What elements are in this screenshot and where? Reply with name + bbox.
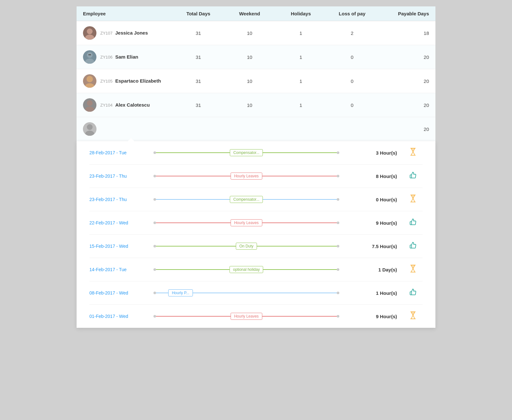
holidays-value: 1 [275, 78, 326, 84]
col-holidays: Holidays [275, 11, 326, 16]
timeline: Hourly Leaves [153, 311, 339, 322]
timeline-badge: optional holiday [229, 266, 263, 273]
table-header: Employee Total Days Weekend Holidays Los… [77, 6, 435, 21]
timeline-badge: Hourly Leaves [231, 313, 262, 320]
timeline-dot-left [153, 151, 156, 154]
detail-row[interactable]: 23-Feb-2017 - ThuHourly Leaves8 Hour(s) [89, 165, 423, 188]
timeline-dot-left [153, 245, 156, 247]
payable-days-value: 20 [378, 126, 429, 132]
timeline-dot-right [337, 292, 339, 294]
table-row[interactable]: ZY107 Jessica Jones 31 10 1 2 18 [77, 21, 435, 45]
detail-hours: 7.5 Hour(s) [339, 244, 403, 249]
detail-panel: 28-Feb-2017 - TueCompensator...3 Hour(s)… [77, 141, 435, 328]
timeline-dot-left [153, 292, 156, 294]
timeline-dot-left [153, 198, 156, 201]
avatar [83, 98, 96, 112]
approved-icon [403, 242, 423, 251]
pending-icon [403, 311, 423, 321]
main-container: Employee Total Days Weekend Holidays Los… [77, 6, 435, 328]
pending-icon [403, 148, 423, 158]
avatar [83, 26, 96, 40]
loss-of-pay-value: 0 [326, 78, 378, 84]
detail-hours: 9 Hour(s) [339, 314, 403, 319]
employee-name: Sam Elian [115, 54, 138, 60]
avatar [83, 50, 96, 64]
col-payable-days: Payable Days [378, 11, 429, 16]
table-row-expanded[interactable]: 20 [77, 117, 435, 141]
detail-row[interactable]: 28-Feb-2017 - TueCompensator...3 Hour(s) [89, 141, 423, 165]
timeline: Hourly Leaves [153, 217, 339, 229]
detail-row[interactable]: 01-Feb-2017 - WedHourly Leaves9 Hour(s) [89, 305, 423, 328]
detail-row[interactable]: 08-Feb-2017 - WedHourly P...1 Hour(s) [89, 281, 423, 305]
detail-hours: 9 Hour(s) [339, 220, 403, 226]
svg-point-4 [88, 54, 90, 55]
detail-row[interactable]: 23-Feb-2017 - ThuCompensator...0 Hour(s) [89, 188, 423, 211]
table-row[interactable]: ZY106 Sam Elian 31 10 1 0 20 [77, 45, 435, 69]
avatar [83, 122, 96, 136]
detail-row[interactable]: 14-Feb-2017 - Tueoptional holiday1 Day(s… [89, 258, 423, 281]
timeline-badge: Hourly Leaves [231, 219, 262, 226]
employee-id: ZY104 [100, 103, 112, 108]
svg-point-8 [87, 100, 93, 106]
avatar [83, 74, 96, 88]
timeline-dot-right [337, 198, 339, 201]
col-employee: Employee [83, 11, 173, 16]
timeline: Hourly P... [153, 287, 339, 299]
employee-info: ZY106 Sam Elian [83, 50, 173, 64]
loss-of-pay-value: 0 [326, 102, 378, 108]
table-row[interactable]: ZY105 Espartaco Elizabeth 31 10 1 0 20 [77, 69, 435, 93]
detail-date: 15-Feb-2017 - Wed [89, 244, 153, 249]
payable-days-value: 18 [378, 30, 429, 36]
loss-of-pay-value: 2 [326, 30, 378, 36]
payable-days-value: 20 [378, 54, 429, 60]
timeline: optional holiday [153, 264, 339, 275]
pending-icon [403, 194, 423, 205]
detail-date: 22-Feb-2017 - Wed [89, 220, 153, 225]
detail-hours: 8 Hour(s) [339, 174, 403, 179]
total-days-value: 31 [173, 30, 224, 36]
approved-icon [403, 172, 423, 181]
svg-point-1 [85, 35, 94, 40]
approved-icon [403, 218, 423, 227]
weekend-value: 10 [224, 54, 275, 60]
table-row[interactable]: ZY104 Alex Calotescu 31 10 1 0 20 [77, 93, 435, 117]
timeline-dot-left [153, 222, 156, 224]
employee-info: ZY107 Jessica Jones [83, 26, 173, 40]
detail-date: 28-Feb-2017 - Tue [89, 150, 153, 155]
col-loss-of-pay: Loss of pay [326, 11, 378, 16]
svg-point-0 [87, 28, 93, 34]
detail-row[interactable]: 22-Feb-2017 - WedHourly Leaves9 Hour(s) [89, 211, 423, 235]
svg-point-9 [85, 107, 94, 112]
employee-info [83, 122, 173, 136]
svg-point-5 [90, 54, 91, 55]
timeline-dot-right [337, 175, 339, 177]
total-days-value: 31 [173, 54, 224, 60]
col-weekend: Weekend [224, 11, 275, 16]
timeline: On Duty [153, 240, 339, 252]
svg-point-2 [87, 52, 93, 58]
detail-date: 08-Feb-2017 - Wed [89, 290, 153, 295]
timeline-badge: On Duty [236, 243, 257, 250]
timeline-dot-right [337, 222, 339, 224]
detail-row[interactable]: 15-Feb-2017 - WedOn Duty7.5 Hour(s) [89, 235, 423, 258]
loss-of-pay-value: 0 [326, 54, 378, 60]
timeline-badge: Compensator... [230, 149, 263, 156]
employee-id: ZY107 [100, 31, 112, 36]
timeline-dot-right [337, 151, 339, 154]
detail-hours: 1 Day(s) [339, 267, 403, 272]
holidays-value: 1 [275, 102, 326, 108]
weekend-value: 10 [224, 78, 275, 84]
detail-hours: 3 Hour(s) [339, 150, 403, 156]
payable-days-value: 20 [378, 78, 429, 84]
total-days-value: 31 [173, 78, 224, 84]
timeline-dot-left [153, 175, 156, 177]
timeline-dot-right [337, 245, 339, 247]
approved-icon [403, 288, 423, 297]
detail-date: 23-Feb-2017 - Thu [89, 197, 153, 202]
svg-point-7 [85, 83, 94, 88]
timeline-dot-right [337, 315, 339, 318]
holidays-value: 1 [275, 54, 326, 60]
timeline-dot-left [153, 315, 156, 318]
employee-name: Espartaco Elizabeth [115, 78, 161, 84]
timeline-dot-right [337, 268, 339, 271]
